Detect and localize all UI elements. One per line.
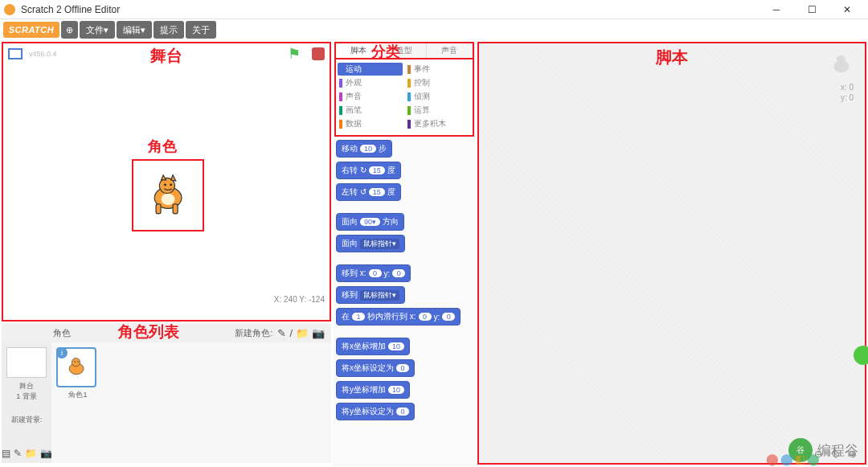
annotation-sprite-list: 角色列表	[118, 322, 179, 342]
svg-point-11	[72, 358, 80, 366]
sprite-thumb-1[interactable]: i 角色1	[56, 347, 100, 400]
category-画笔[interactable]: 画笔	[338, 104, 403, 117]
new-sprite-label: 新建角色:	[235, 327, 272, 339]
sprites-grid: i 角色1	[51, 342, 331, 463]
file-menu[interactable]: 文件▾	[80, 21, 115, 39]
category-控制[interactable]: 控制	[406, 76, 471, 89]
svg-marker-3	[162, 175, 166, 180]
tab-costumes[interactable]: 造型	[382, 43, 428, 58]
category-palette: 运动事件外观控制声音侦测画笔运算数据更多积木	[334, 59, 474, 137]
category-更多积木[interactable]: 更多积木	[406, 117, 471, 130]
svg-point-13	[77, 361, 79, 363]
sprite-list-label: 角色	[53, 327, 71, 339]
stage-coords: X: 240 Y: -124	[274, 295, 325, 304]
tips-menu[interactable]: 提示	[154, 21, 184, 39]
category-声音[interactable]: 声音	[338, 90, 403, 103]
tab-scripts[interactable]: 脚本	[336, 43, 382, 58]
backdrop-lib-icon[interactable]: ▤	[2, 448, 10, 459]
category-外观[interactable]: 外观	[338, 76, 403, 89]
cat-icon	[63, 354, 89, 380]
block-change-x[interactable]: 将x坐标增加10	[336, 338, 410, 355]
sprite-list-panel: 角色列表 角色 新建角色: ✎ / 📁 📷 舞台 1 背景 新建背景: ▤ ✎	[2, 323, 331, 465]
sprite-thumb-name: 角色1	[56, 390, 100, 400]
backdrop-upload-icon[interactable]: 📁	[25, 448, 37, 459]
block-move[interactable]: 移动10步	[336, 140, 392, 158]
close-button[interactable]: ✕	[829, 0, 865, 19]
block-set-x[interactable]: 将x坐标设定为0	[336, 359, 415, 377]
svg-point-12	[74, 361, 76, 363]
stage-area: 舞台 v456.0.4 ⚑ 角色	[2, 42, 331, 322]
category-侦测[interactable]: 侦测	[406, 90, 471, 103]
cat-icon	[144, 171, 192, 219]
stop-button[interactable]	[312, 47, 325, 60]
scratch-logo[interactable]: SCRATCH	[3, 22, 59, 38]
annotation-scripts: 脚本	[656, 47, 688, 68]
stage-canvas[interactable]: 角色 X: 240 Y: -124	[3, 64, 330, 305]
category-事件[interactable]: 事件	[406, 63, 471, 76]
block-point-towards[interactable]: 面向鼠标指针▾	[336, 235, 405, 252]
green-flag-button[interactable]: ⚑	[288, 45, 301, 63]
maximize-button[interactable]: ☐	[794, 0, 829, 19]
sprite-cat[interactable]	[132, 159, 204, 231]
svg-point-5	[164, 183, 166, 186]
block-turn-right[interactable]: 右转 ↻15度	[336, 162, 401, 179]
language-button[interactable]: ⊕	[61, 21, 78, 39]
category-运动[interactable]: 运动	[338, 63, 403, 76]
block-turn-left[interactable]: 左转 ↺15度	[336, 183, 401, 201]
window-title: Scratch 2 Offline Editor	[21, 4, 759, 15]
tabs-row: 分类 脚本 造型 声音	[334, 42, 474, 59]
backdrop-thumb[interactable]	[6, 347, 47, 378]
tab-sounds[interactable]: 声音	[427, 43, 473, 58]
new-sprite-camera-icon[interactable]: 📷	[312, 327, 325, 339]
minimize-button[interactable]: ─	[759, 0, 794, 19]
window-titlebar: Scratch 2 Offline Editor ─ ☐ ✕	[0, 0, 868, 19]
block-change-y[interactable]: 将y坐标增加10	[336, 381, 410, 399]
svg-marker-4	[171, 175, 176, 181]
annotation-sprite: 角色	[148, 137, 177, 156]
backdrop-column: 舞台 1 背景 新建背景: ▤ ✎ 📁 📷	[2, 342, 51, 463]
fullscreen-button[interactable]	[8, 48, 23, 59]
about-menu[interactable]: 关于	[186, 21, 216, 39]
svg-point-15	[837, 55, 845, 64]
new-sprite-upload-icon[interactable]: 📁	[296, 327, 309, 339]
backdrop-count: 1 背景	[5, 391, 48, 402]
category-数据[interactable]: 数据	[338, 117, 403, 130]
scripts-area[interactable]: 脚本 x: 0 y: 0 ⊖ ⊜ ⊕	[477, 42, 866, 465]
blocks-palette: 移动10步 右转 ↻15度 左转 ↺15度 面向90▾方向 面向鼠标指针▾ 移到…	[333, 137, 476, 466]
bottom-toolbar-icons: ⬤⬤◧⬤	[766, 453, 820, 465]
app-icon	[3, 3, 16, 16]
svg-rect-9	[173, 204, 178, 214]
backdrop-camera-icon[interactable]: 📷	[40, 448, 52, 459]
version-label: v456.0.4	[29, 50, 57, 58]
backdrop-label-stage: 舞台	[5, 381, 48, 391]
new-backdrop-label: 新建背景:	[5, 415, 48, 425]
block-goto[interactable]: 移到鼠标指针▾	[336, 286, 405, 304]
scripts-sprite-thumb	[828, 51, 855, 79]
new-sprite-paint-icon[interactable]: ✎	[277, 327, 286, 339]
menubar: SCRATCH ⊕ 文件▾ 编辑▾ 提示 关于	[0, 19, 868, 40]
category-运算[interactable]: 运算	[406, 104, 471, 117]
sprite-info-icon[interactable]: i	[56, 347, 68, 358]
scripts-xy-readout: x: 0 y: 0	[841, 82, 854, 103]
edit-menu[interactable]: 编辑▾	[117, 21, 152, 39]
new-sprite-lib-icon[interactable]: /	[289, 327, 293, 339]
block-glide[interactable]: 在1秒内滑行到 x:0y:0	[336, 308, 461, 326]
svg-point-0	[4, 4, 15, 15]
block-set-y[interactable]: 将y坐标设定为0	[336, 403, 415, 420]
svg-point-7	[162, 194, 175, 205]
annotation-stage: 舞台	[150, 45, 182, 67]
svg-rect-8	[156, 204, 161, 214]
floating-green-icon[interactable]	[854, 346, 868, 365]
block-goto-xy[interactable]: 移到 x:0y:0	[336, 264, 411, 282]
backdrop-paint-icon[interactable]: ✎	[14, 448, 22, 459]
svg-point-6	[170, 183, 172, 186]
block-point-direction[interactable]: 面向90▾方向	[336, 213, 404, 231]
watermark-text: 编程谷	[817, 441, 858, 460]
